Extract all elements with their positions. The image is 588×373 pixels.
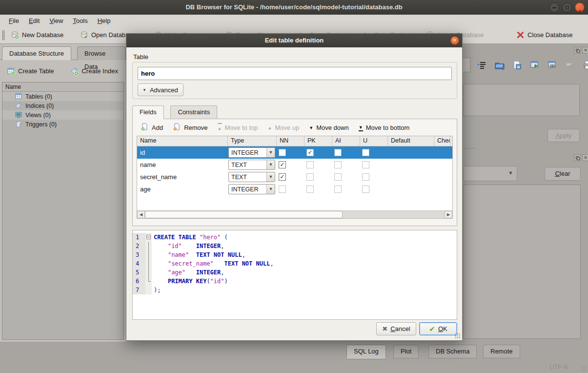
grid-horizontal-scrollbar[interactable]: ◀ ▶ bbox=[137, 210, 452, 218]
ai-checkbox[interactable] bbox=[334, 186, 342, 193]
fold-margin[interactable] bbox=[145, 250, 152, 259]
cancel-button[interactable]: ✖ Cancel bbox=[376, 322, 416, 335]
default-cell[interactable] bbox=[388, 183, 434, 195]
null-icon[interactable] bbox=[564, 59, 576, 71]
dialog-close-icon[interactable]: ✕ bbox=[450, 36, 459, 45]
check-cell[interactable] bbox=[434, 183, 450, 195]
remove-button[interactable]: Remove bbox=[168, 121, 212, 134]
column-header-u[interactable]: U bbox=[360, 136, 388, 146]
type-combobox[interactable]: TEXT▼ bbox=[228, 172, 275, 182]
scrollbar-thumb[interactable] bbox=[145, 211, 343, 218]
column-header-name[interactable]: Name bbox=[137, 136, 228, 146]
dialog-titlebar[interactable]: Edit table definition ✕ bbox=[126, 34, 462, 47]
field-row-id[interactable]: idINTEGER▼✓ bbox=[137, 146, 452, 159]
scroll-left-icon[interactable]: ◀ bbox=[137, 211, 145, 218]
toolbar-grip[interactable] bbox=[2, 30, 5, 40]
default-cell[interactable] bbox=[388, 159, 434, 171]
field-row-age[interactable]: ageINTEGER▼ bbox=[137, 183, 452, 195]
pk-checkbox[interactable] bbox=[306, 173, 314, 181]
field-name-cell[interactable]: secret_name bbox=[137, 171, 228, 183]
u-checkbox[interactable] bbox=[362, 173, 369, 181]
dock-close-icon[interactable]: ✕ bbox=[582, 154, 588, 161]
close-button[interactable]: ✕ bbox=[575, 2, 585, 12]
field-row-secret_name[interactable]: secret_nameTEXT▼✓ bbox=[137, 171, 452, 183]
menu-item-tools[interactable]: Tools bbox=[68, 16, 92, 25]
maximize-button[interactable] bbox=[562, 2, 572, 12]
dock-close-icon[interactable]: ✕ bbox=[582, 47, 588, 54]
column-header-type[interactable]: Type bbox=[228, 136, 277, 146]
default-cell[interactable] bbox=[388, 146, 434, 159]
check-cell[interactable] bbox=[434, 171, 450, 183]
ok-button[interactable]: ✔ OK bbox=[419, 322, 457, 335]
tab-fields[interactable]: Fields bbox=[132, 105, 164, 119]
field-name-cell[interactable]: name bbox=[137, 159, 228, 171]
log-filter-combobox[interactable]: ▼ bbox=[464, 166, 517, 181]
fold-margin[interactable] bbox=[145, 242, 152, 250]
tab-browse-data[interactable]: Browse Data bbox=[77, 46, 126, 60]
u-checkbox[interactable] bbox=[362, 149, 369, 156]
fold-margin[interactable] bbox=[145, 286, 152, 294]
default-cell[interactable] bbox=[388, 171, 434, 183]
create-table-button[interactable]: Create Table bbox=[5, 64, 56, 77]
dock-float-icon[interactable] bbox=[574, 47, 581, 54]
scroll-right-icon[interactable]: ▶ bbox=[445, 211, 452, 218]
chevron-down-icon[interactable]: ▼ bbox=[266, 172, 275, 182]
move-down-button[interactable]: ▼Move down bbox=[304, 121, 353, 134]
column-header-ai[interactable]: AI bbox=[332, 136, 360, 146]
text-format-icon[interactable] bbox=[476, 59, 488, 71]
fold-margin[interactable] bbox=[145, 277, 152, 286]
nn-checkbox[interactable]: ✓ bbox=[279, 173, 286, 181]
field-row-name[interactable]: nameTEXT▼✓ bbox=[137, 159, 452, 171]
ai-checkbox[interactable] bbox=[334, 161, 342, 168]
tree-item-indices[interactable]: Indices (0) bbox=[2, 101, 123, 110]
field-name-cell[interactable]: id bbox=[137, 146, 228, 159]
print-icon[interactable] bbox=[582, 59, 588, 71]
check-cell[interactable] bbox=[434, 146, 450, 159]
tab-sql-log[interactable]: SQL Log bbox=[346, 345, 386, 359]
fold-margin[interactable] bbox=[145, 259, 152, 268]
apply-button[interactable]: Apply bbox=[547, 129, 580, 142]
pk-checkbox[interactable] bbox=[306, 161, 314, 168]
menu-item-view[interactable]: View bbox=[44, 16, 68, 25]
move-to-bottom-button[interactable]: ▼Move to bottom bbox=[354, 121, 415, 134]
type-combobox[interactable]: INTEGER▼ bbox=[228, 147, 275, 158]
fold-margin[interactable] bbox=[145, 233, 152, 242]
add-button[interactable]: Add bbox=[136, 121, 168, 134]
chevron-down-icon[interactable]: ▼ bbox=[266, 148, 275, 157]
column-header-check[interactable]: Check bbox=[434, 136, 450, 146]
import-icon[interactable] bbox=[494, 59, 506, 71]
cell-editor-area[interactable] bbox=[464, 84, 580, 116]
pk-checkbox[interactable] bbox=[306, 186, 314, 193]
type-combobox[interactable]: INTEGER▼ bbox=[228, 184, 275, 194]
cell-mode-button[interactable] bbox=[463, 58, 470, 72]
nn-checkbox[interactable] bbox=[279, 149, 286, 156]
tab-plot[interactable]: Plot bbox=[393, 345, 419, 358]
field-name-cell[interactable]: age bbox=[137, 183, 228, 195]
window-resize-grip[interactable] bbox=[581, 366, 587, 372]
chevron-down-icon[interactable]: ▼ bbox=[266, 185, 275, 194]
tab-constraints[interactable]: Constraints bbox=[170, 105, 217, 119]
tree-item-triggers[interactable]: Triggers (0) bbox=[2, 120, 123, 129]
menu-item-file[interactable]: File bbox=[4, 16, 24, 25]
table-name-input[interactable] bbox=[138, 67, 452, 80]
export-icon[interactable] bbox=[511, 59, 523, 71]
menu-item-help[interactable]: Help bbox=[93, 16, 116, 25]
fold-margin[interactable] bbox=[145, 268, 152, 277]
window-apply-icon[interactable] bbox=[529, 59, 541, 71]
minimize-button[interactable] bbox=[549, 2, 559, 12]
ai-checkbox[interactable] bbox=[334, 149, 342, 156]
tab-db-schema[interactable]: DB Schema bbox=[428, 345, 477, 358]
ai-checkbox[interactable] bbox=[334, 173, 342, 181]
u-checkbox[interactable] bbox=[362, 186, 369, 193]
tab-remote[interactable]: Remote bbox=[483, 345, 520, 358]
clear-button[interactable]: Clear bbox=[545, 167, 581, 181]
tab-database-structure[interactable]: Database Structure bbox=[2, 46, 71, 60]
create-index-button[interactable]: Create Index bbox=[68, 64, 120, 77]
menu-item-edit[interactable]: Edit bbox=[24, 16, 44, 25]
pk-checkbox[interactable]: ✓ bbox=[306, 149, 314, 156]
tree-item-tables[interactable]: Tables (0) bbox=[2, 92, 123, 101]
column-header-nn[interactable]: NN bbox=[277, 136, 304, 146]
sql-preview[interactable]: 1CREATE TABLE "hero" (2 "id" INTEGER,3 "… bbox=[132, 230, 457, 320]
chevron-down-icon[interactable]: ▼ bbox=[266, 160, 275, 169]
nn-checkbox[interactable]: ✓ bbox=[279, 161, 286, 168]
